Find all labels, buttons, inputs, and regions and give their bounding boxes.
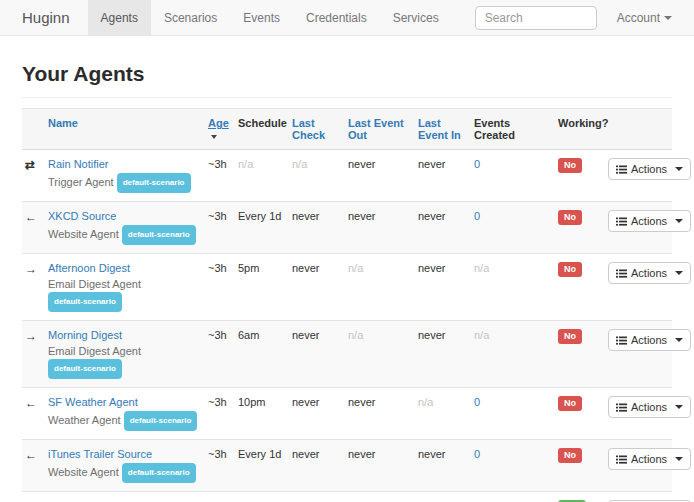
scenario-badge[interactable]: default-scenario [122, 225, 196, 245]
last-event-in-cell: never [418, 150, 474, 202]
schedule-cell: Every 1d [238, 440, 292, 492]
working-cell: Yes [558, 492, 608, 502]
working-cell: No [558, 254, 608, 321]
col-header-label: Last Event In [418, 117, 461, 141]
actions-cell: Actions [608, 388, 672, 440]
col-header-age[interactable]: Age [208, 109, 238, 150]
nav-item-scenarios[interactable]: Scenarios [151, 0, 230, 35]
scenario-badge[interactable]: default-scenario [48, 359, 122, 379]
col-header-last-check[interactable]: Last Check [292, 109, 348, 150]
col-header-label: Name [48, 117, 78, 129]
actions-cell: Actions [608, 150, 672, 202]
schedule-cell: 5pm [238, 254, 292, 321]
agent-type: Website Agent [48, 466, 119, 478]
agent-name-link[interactable]: Rain Notifier [48, 158, 109, 170]
agent-name-link[interactable]: XKCD Source [48, 210, 116, 222]
schedule-cell: Every 1d [238, 202, 292, 254]
agents-table: NameAgeScheduleLast CheckLast Event OutL… [22, 108, 672, 502]
scenario-badge[interactable]: default-scenario [124, 411, 198, 431]
last-check-cell: n/a [292, 492, 348, 502]
events-created-link[interactable]: 0 [474, 158, 480, 170]
working-cell: No [558, 202, 608, 254]
nav-item-agents[interactable]: Agents [88, 0, 151, 35]
last-check-cell: never [292, 440, 348, 492]
col-header-name[interactable]: Name [48, 109, 208, 150]
actions-button[interactable]: Actions [608, 396, 691, 418]
working-cell: No [558, 440, 608, 492]
direction-cell: → [22, 321, 48, 388]
direction-cell: ⇄ [22, 150, 48, 202]
brand-link[interactable]: Huginn [22, 9, 70, 26]
nav-item-credentials[interactable]: Credentials [293, 0, 380, 35]
actions-button[interactable]: Actions [608, 210, 691, 232]
age-cell: ~3h [208, 150, 238, 202]
account-dropdown[interactable]: Account [617, 11, 672, 25]
name-cell: Rain NotifierTrigger Agent default-scena… [48, 150, 208, 202]
last-check-cell: n/a [292, 150, 348, 202]
col-header-icon [22, 109, 48, 150]
search-input[interactable] [475, 6, 597, 30]
arrow-right-icon: → [25, 329, 37, 343]
agent-type: Email Digest Agent [48, 278, 141, 290]
last-event-out-cell: never [348, 440, 418, 492]
agents-table-body: ⇄Rain NotifierTrigger Agent default-scen… [22, 150, 672, 502]
last-event-in-cell: never [418, 321, 474, 388]
events-created-link[interactable]: 0 [474, 396, 480, 408]
actions-button[interactable]: Actions [608, 329, 691, 351]
agent-name-link[interactable]: iTunes Trailer Source [48, 448, 152, 460]
actions-button-label: Actions [631, 215, 667, 227]
last-check-cell: never [292, 254, 348, 321]
working-badge: No [558, 210, 582, 225]
schedule-cell: n/a [238, 492, 292, 502]
list-icon [616, 269, 627, 278]
agent-subtitle: Weather Agent default-scenario [48, 411, 202, 431]
actions-cell: Actions [608, 321, 672, 388]
working-badge: No [558, 448, 582, 463]
events-created-link[interactable]: 0 [474, 210, 480, 222]
exchange-arrows-icon: ⇄ [25, 158, 35, 172]
col-header-working: Working? [558, 109, 608, 150]
working-cell: No [558, 388, 608, 440]
scenario-badge[interactable]: default-scenario [122, 463, 196, 483]
page-title: Your Agents [22, 62, 672, 86]
name-cell: SF Weather AgentWeather Agent default-sc… [48, 388, 208, 440]
agent-name-link[interactable]: Morning Digest [48, 329, 122, 341]
schedule-cell: 10pm [238, 388, 292, 440]
age-cell: ~3h [208, 321, 238, 388]
nav-item-services[interactable]: Services [380, 0, 452, 35]
events-created-link[interactable]: 0 [474, 448, 480, 460]
scenario-badge[interactable]: default-scenario [48, 292, 122, 312]
col-header-last-event-out[interactable]: Last Event Out [348, 109, 418, 150]
caret-down-icon [664, 16, 672, 20]
nav-item-events[interactable]: Events [230, 0, 293, 35]
events-created-cell: n/a [474, 254, 558, 321]
age-cell: ~3h [208, 202, 238, 254]
direction-cell: ← [22, 440, 48, 492]
arrow-right-icon: → [25, 262, 37, 276]
direction-cell: ⇄ [22, 492, 48, 502]
actions-button[interactable]: Actions [608, 448, 691, 470]
actions-button[interactable]: Actions [608, 158, 691, 180]
caret-down-icon [675, 457, 683, 461]
col-header-last-event-in[interactable]: Last Event In [418, 109, 474, 150]
last-event-in-cell: never [418, 440, 474, 492]
caret-down-icon [675, 219, 683, 223]
caret-down-icon [675, 271, 683, 275]
actions-button-label: Actions [631, 401, 667, 413]
scenario-badge[interactable]: default-scenario [117, 173, 191, 193]
last-event-out-cell: never [348, 150, 418, 202]
col-header-actions [608, 109, 672, 150]
col-header-label: Last Check [292, 117, 325, 141]
agent-subtitle: Trigger Agent default-scenario [48, 173, 202, 193]
actions-button[interactable]: Actions [608, 262, 691, 284]
events-created-value: n/a [474, 329, 489, 341]
last-event-out-cell: never [348, 202, 418, 254]
events-created-value: n/a [474, 262, 489, 274]
agent-name-link[interactable]: SF Weather Agent [48, 396, 138, 408]
last-check-cell: never [292, 388, 348, 440]
col-header-events-created: Events Created [474, 109, 558, 150]
actions-button-label: Actions [631, 267, 667, 279]
last-check-cell: never [292, 202, 348, 254]
name-cell: Morning DigestEmail Digest Agent default… [48, 321, 208, 388]
agent-name-link[interactable]: Afternoon Digest [48, 262, 130, 274]
